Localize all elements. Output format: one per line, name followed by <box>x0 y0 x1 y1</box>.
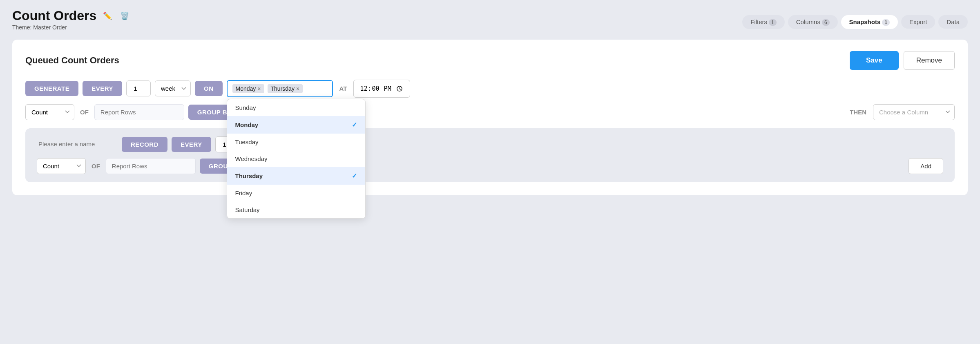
check-thursday-icon: ✓ <box>352 172 357 180</box>
days-wrapper: Monday × Thursday × Sunday Monday ✓ <box>227 80 333 97</box>
tab-data[interactable]: Data <box>938 15 968 29</box>
dropdown-item-wednesday[interactable]: Wednesday <box>227 150 365 167</box>
page-title: Count Orders <box>12 8 96 23</box>
choose-column-select[interactable]: Choose a Column <box>873 104 955 120</box>
dropdown-item-saturday[interactable]: Saturday <box>227 201 365 218</box>
dropdown-item-tuesday[interactable]: Tuesday <box>227 134 365 150</box>
of-label-row2: OF <box>90 163 102 170</box>
add-button[interactable]: Add <box>909 158 943 174</box>
dropdown-item-monday[interactable]: Monday ✓ <box>227 116 365 134</box>
time-input[interactable] <box>353 80 410 98</box>
day-tag-monday: Monday × <box>232 84 264 93</box>
main-card: Queued Count Orders Save Remove GENERATE… <box>12 40 968 195</box>
tab-export[interactable]: Export <box>901 15 935 29</box>
dropdown-item-friday[interactable]: Friday <box>227 185 365 201</box>
count-select-row2[interactable]: Count Sum Average <box>37 158 86 174</box>
days-dropdown: Sunday Monday ✓ Tuesday Wednesday Thursd… <box>227 99 366 219</box>
dropdown-item-thursday[interactable]: Thursday ✓ <box>227 167 365 185</box>
edit-title-button[interactable]: ✏️ <box>101 10 114 22</box>
report-rows-input-row1[interactable] <box>94 104 184 120</box>
gray-row-1: RECORD EVERY day <box>37 136 943 152</box>
save-button[interactable]: Save <box>850 51 899 70</box>
on-button[interactable]: ON <box>195 81 223 96</box>
tab-snapshots[interactable]: Snapshots1 <box>841 15 898 29</box>
gray-every-button[interactable]: EVERY <box>172 137 211 152</box>
schedule-row-2: Count Sum Average OF GROUP BY THEN Choos… <box>25 104 955 120</box>
period-select[interactable]: day week month <box>155 80 191 96</box>
at-label: AT <box>337 83 350 94</box>
tab-columns[interactable]: Columns6 <box>788 15 838 29</box>
theme-label: Theme: Master Order <box>12 24 131 31</box>
card-title: Queued Count Orders <box>25 55 119 66</box>
remove-thursday-button[interactable]: × <box>296 86 299 92</box>
remove-monday-button[interactable]: × <box>257 86 261 92</box>
tab-filters[interactable]: Filters1 <box>742 15 785 29</box>
then-label: THEN <box>847 107 869 117</box>
every-value-input[interactable] <box>126 80 151 96</box>
name-input[interactable] <box>37 137 118 151</box>
of-label-row1: OF <box>78 109 90 116</box>
day-tag-thursday: Thursday × <box>268 84 303 93</box>
dropdown-item-sunday[interactable]: Sunday <box>227 99 365 116</box>
generate-button[interactable]: GENERATE <box>25 81 78 96</box>
schedule-row-1: GENERATE EVERY day week month ON Monday … <box>25 80 955 98</box>
check-monday-icon: ✓ <box>352 121 357 129</box>
tab-bar: Filters1 Columns6 Snapshots1 Export Data <box>742 15 968 29</box>
report-rows-input-row2[interactable] <box>106 158 196 174</box>
days-multiselect[interactable]: Monday × Thursday × <box>227 80 333 97</box>
remove-button[interactable]: Remove <box>904 51 955 70</box>
delete-button[interactable]: 🗑️ <box>118 10 131 22</box>
gray-row-2: Count Sum Average OF GROUP B Add <box>37 158 943 174</box>
then-section: THEN Choose a Column <box>847 104 955 120</box>
every-button[interactable]: EVERY <box>83 81 122 96</box>
record-button[interactable]: RECORD <box>122 137 167 152</box>
gray-section: RECORD EVERY day Count Sum Average OF GR… <box>25 128 955 182</box>
count-select-row1[interactable]: Count Sum Average <box>25 104 74 120</box>
